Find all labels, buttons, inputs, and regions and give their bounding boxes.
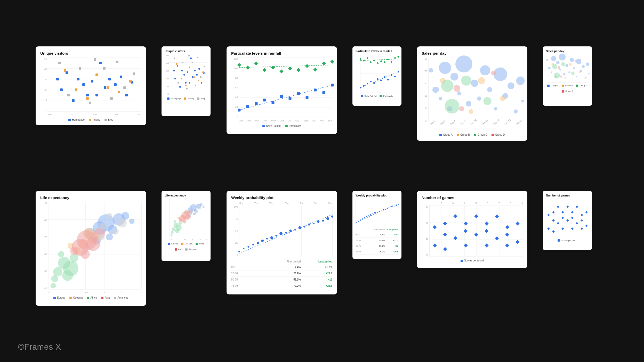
data-point (99, 223, 107, 230)
svg-line-3 (360, 59, 398, 61)
data-point (377, 78, 379, 80)
data-point (516, 76, 525, 85)
data-point (560, 76, 562, 78)
data-point (585, 77, 586, 78)
data-point (367, 83, 368, 84)
data-point (173, 70, 175, 71)
data-point (461, 76, 471, 86)
data-point (181, 78, 182, 79)
data-point (276, 235, 277, 236)
data-point (323, 91, 325, 94)
data-point (129, 218, 134, 224)
chart-title: Unique visitors (40, 51, 141, 55)
data-point (313, 68, 318, 72)
card-unique-visitors: Unique visitors 50403020100 100200300400… (36, 46, 146, 125)
y-axis-labels: 908070605040 (40, 202, 48, 290)
data-point (203, 206, 205, 208)
data-point (494, 107, 497, 111)
data-point (474, 214, 478, 218)
data-point (288, 97, 291, 100)
legend-item: Particulate (285, 125, 301, 127)
data-point (56, 78, 59, 80)
data-point (508, 82, 514, 89)
data-point (477, 97, 481, 101)
data-point (576, 59, 582, 64)
legend-item: Asia (101, 296, 110, 299)
chart-title: Sales per day (422, 51, 523, 55)
data-point (200, 76, 202, 78)
data-point (385, 209, 386, 210)
data-point (204, 66, 205, 67)
data-point (179, 86, 181, 88)
data-point (557, 205, 559, 208)
card-life-expectancy: Life expectancy 908070605040 2.533.544.5… (36, 191, 146, 306)
data-point (383, 209, 384, 210)
chart-title: Life expectancy (165, 194, 207, 197)
data-point (373, 60, 375, 62)
data-point (443, 233, 447, 237)
chart-title: Life expectancy (40, 195, 141, 200)
data-point (261, 240, 264, 242)
data-point (370, 61, 372, 63)
data-point (198, 68, 200, 70)
data-point (89, 102, 91, 104)
data-point (556, 61, 560, 64)
data-point (181, 70, 183, 71)
data-point (433, 225, 437, 229)
data-point (547, 214, 550, 216)
legend: Scores per round (546, 239, 589, 242)
data-point (303, 226, 305, 227)
data-point (279, 232, 283, 235)
data-point (581, 219, 583, 222)
data-point (266, 238, 268, 240)
x-axis-labels: 123456789 (422, 202, 523, 204)
data-point (238, 109, 241, 111)
legend-item: Pricing (89, 118, 100, 121)
data-point (457, 92, 461, 95)
data-point (133, 72, 135, 75)
data-point (190, 57, 192, 59)
data-point (561, 62, 565, 66)
data-point (171, 231, 174, 234)
data-point (322, 62, 326, 66)
data-point (514, 109, 518, 113)
watermark: ©Frames X (18, 342, 61, 352)
data-point (285, 232, 287, 234)
data-point (120, 76, 122, 78)
svg-line-1 (239, 65, 332, 68)
data-point (95, 73, 98, 76)
data-point (491, 71, 496, 75)
legend: Group AGroup BGroup CGroup D (546, 85, 589, 93)
data-point (441, 79, 454, 92)
data-point (566, 64, 569, 67)
data-point (243, 248, 245, 249)
plot-area (360, 54, 398, 93)
data-point (91, 80, 93, 83)
data-point (552, 230, 555, 233)
data-point (195, 85, 196, 86)
x-axis-labels: 2.533.544.55 (165, 239, 207, 241)
data-point (86, 237, 100, 251)
data-point (117, 218, 127, 227)
data-point (362, 218, 363, 219)
data-point (317, 220, 320, 223)
data-point (116, 61, 118, 63)
data-point (107, 213, 112, 219)
table-row: 0-252.4%+1.2% (231, 264, 332, 270)
data-point (439, 62, 451, 74)
data-point (51, 275, 58, 282)
legend-item: Europe (53, 296, 65, 299)
data-point (330, 60, 334, 64)
data-point (568, 71, 570, 73)
data-point (453, 85, 460, 92)
data-point (360, 87, 361, 88)
data-point (581, 227, 583, 230)
data-point (552, 64, 557, 69)
data-point (271, 65, 275, 70)
y-axis-labels: 80604020 (422, 205, 429, 257)
data-point (571, 217, 574, 219)
data-point (429, 68, 433, 73)
data-point (198, 206, 201, 210)
data-point (548, 67, 551, 70)
x-axis-labels: 2.533.544.55 (40, 291, 141, 294)
